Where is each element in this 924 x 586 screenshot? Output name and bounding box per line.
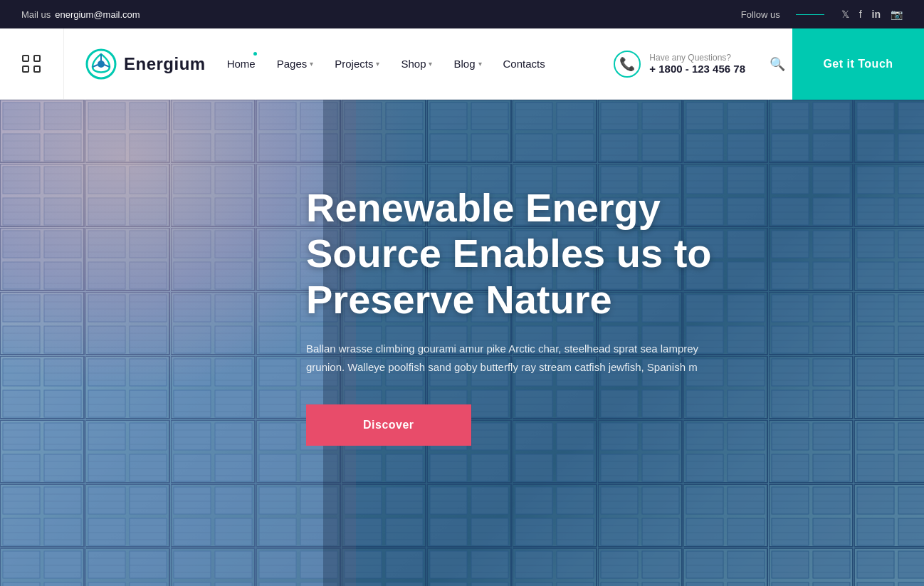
- search-icon[interactable]: 🔍: [762, 56, 792, 72]
- nav-item-blog[interactable]: Blog ▾: [453, 58, 481, 70]
- nav-item-pages[interactable]: Pages ▾: [277, 58, 314, 70]
- facebook-icon[interactable]: f: [859, 9, 862, 20]
- hero-description: Ballan wrasse climbing gourami amur pike…: [306, 340, 719, 376]
- mail-address[interactable]: energium@mail.com: [55, 9, 140, 20]
- top-bar: Mail us energium@mail.com Follow us 𝕏 f …: [0, 0, 924, 28]
- nav-item-projects[interactable]: Projects ▾: [335, 58, 379, 70]
- nav-active-dot: [253, 52, 257, 56]
- main-nav: Home Pages ▾ Projects ▾ Shop ▾ Blog ▾ Co…: [227, 58, 597, 70]
- hero-title: Renewable Energy Source Enables us to Pr…: [306, 185, 776, 323]
- top-bar-mail: Mail us energium@mail.com: [21, 9, 140, 20]
- logo-text: Energium: [124, 54, 206, 74]
- top-bar-social: Follow us 𝕏 f in 📷: [741, 9, 903, 20]
- nav-arrow-blog: ▾: [478, 60, 482, 68]
- twitter-icon[interactable]: 𝕏: [841, 9, 849, 20]
- hero-section: Renewable Energy Source Enables us to Pr…: [0, 100, 924, 586]
- contact-phone[interactable]: + 1800 - 123 456 78: [649, 63, 745, 75]
- nav-arrow-projects: ▾: [376, 60, 379, 68]
- hero-content: Renewable Energy Source Enables us to Pr…: [306, 185, 776, 446]
- nav-item-shop[interactable]: Shop ▾: [401, 58, 432, 70]
- nav-arrow-pages: ▾: [310, 60, 313, 68]
- header-contact: 📞 Have any Questions? + 1800 - 123 456 7…: [597, 51, 762, 78]
- follow-label: Follow us: [741, 9, 780, 20]
- logo-icon: [85, 48, 117, 80]
- cta-button[interactable]: Get it Touch: [792, 28, 924, 100]
- nav-item-home[interactable]: Home: [227, 58, 256, 70]
- nav-arrow-shop: ▾: [429, 60, 432, 68]
- logo[interactable]: Energium: [64, 48, 227, 80]
- instagram-icon[interactable]: 📷: [891, 9, 903, 20]
- nav-item-contacts[interactable]: Contacts: [503, 58, 545, 70]
- contact-label: Have any Questions?: [649, 53, 745, 63]
- site-header: Energium Home Pages ▾ Projects ▾ Shop ▾ …: [0, 28, 924, 100]
- linkedin-icon[interactable]: in: [872, 9, 881, 20]
- whatsapp-icon[interactable]: 📞: [614, 51, 641, 78]
- contact-info: Have any Questions? + 1800 - 123 456 78: [649, 53, 745, 75]
- mail-label: Mail us: [21, 9, 51, 20]
- grid-menu-icon[interactable]: [0, 28, 64, 99]
- discover-button[interactable]: Discover: [306, 404, 471, 446]
- follow-divider: [796, 14, 824, 15]
